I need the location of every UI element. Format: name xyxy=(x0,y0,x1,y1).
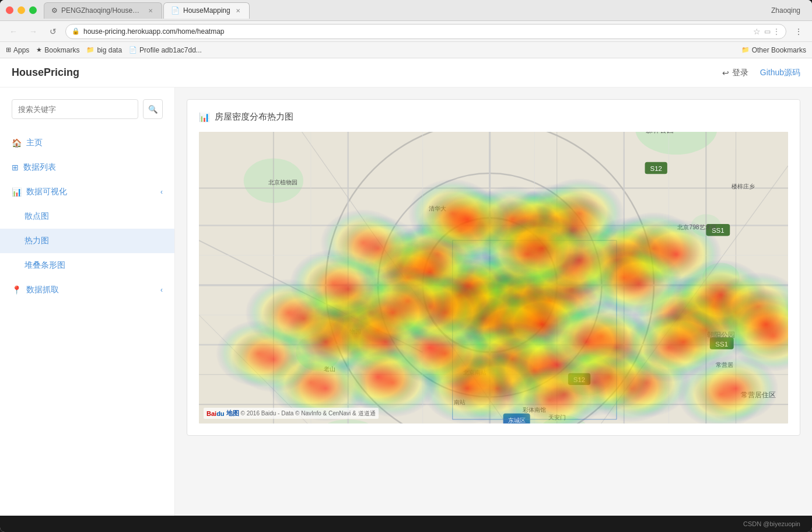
cast-icon: ▭ xyxy=(764,27,771,36)
baidu-logo: Baidu xyxy=(206,410,225,417)
address-extra-icons: ▭ ⋮ xyxy=(764,27,780,36)
tab-github[interactable]: ⚙ PENGZhaoqing/HousePricing ✕ xyxy=(44,2,162,19)
minimize-button[interactable] xyxy=(18,6,25,14)
search-input[interactable] xyxy=(12,99,138,119)
address-text: house-pricing.herokuapp.com/home/heatmap xyxy=(83,27,750,36)
sidebar: 🔍 🏠 主页 ⊞ 数据列表 xyxy=(0,88,175,516)
heatmap-container: S12 SS1 SS1 S12 S50 xyxy=(199,132,788,424)
bookmark-star-icon[interactable]: ☆ xyxy=(753,27,761,36)
header-nav: ↩ 登录 Github源码 xyxy=(722,68,800,78)
other-folder-icon: 📁 xyxy=(741,46,750,54)
profile-name: Zhaoqing xyxy=(771,6,806,15)
bookmarks-bar: ⊞ 搜索关键字 Apps ★ Bookmarks 📁 big data 📄 Pr… xyxy=(0,42,812,58)
search-area: 🔍 xyxy=(0,99,174,131)
nav-item-dataviz-left: 📊 数据可视化 xyxy=(12,187,67,197)
heatmap-canvas xyxy=(199,132,788,424)
home-label: 主页 xyxy=(26,138,43,148)
main-panel: 📊 房屋密度分布热力图 xyxy=(175,88,812,516)
more-menu-button[interactable]: ⋮ xyxy=(791,24,806,39)
close-button[interactable] xyxy=(6,6,13,14)
nav-right-buttons: ⋮ xyxy=(791,24,806,39)
more-icon: ⋮ xyxy=(773,27,780,36)
bookmark-other[interactable]: 📁 Other Bookmarks xyxy=(741,46,806,54)
housemapping-tab-icon: 📄 xyxy=(171,6,180,15)
login-icon: ↩ xyxy=(722,68,729,78)
folder-icon: 📁 xyxy=(86,46,94,54)
stacked-bar-label: 堆叠条形图 xyxy=(24,260,65,271)
profile-file-icon: 📄 xyxy=(129,46,137,54)
datalist-label: 数据列表 xyxy=(23,162,56,173)
tab-close-github[interactable]: ✕ xyxy=(146,6,155,15)
nav-item-datacrawl-left: 📍 数据抓取 xyxy=(12,285,59,295)
chart-title-text: 房屋密度分布热力图 xyxy=(215,111,293,123)
sidebar-item-datalist[interactable]: ⊞ 数据列表 xyxy=(0,155,174,180)
heatmap-label: 热力图 xyxy=(24,236,49,246)
map-logo-text: 地图 xyxy=(226,409,239,418)
app-body: 🔍 🏠 主页 ⊞ 数据列表 xyxy=(0,88,812,516)
housemapping-tab-title: HouseMapping xyxy=(183,6,230,15)
app-wrapper: HousePricing ↩ 登录 Github源码 🔍 xyxy=(0,58,812,516)
main-content: HousePricing ↩ 登录 Github源码 🔍 xyxy=(0,58,812,516)
github-tab-title: PENGZhaoqing/HousePricing xyxy=(61,6,143,15)
apps-icon: ⊞ xyxy=(6,46,11,54)
profile-label: Profile adb1ac7dd... xyxy=(139,46,202,54)
app-logo: HousePricing xyxy=(12,66,722,79)
chart-title: 📊 房屋密度分布热力图 xyxy=(199,111,788,123)
dataviz-label: 数据可视化 xyxy=(26,187,67,197)
datacrawl-arrow-icon: ‹ xyxy=(160,286,163,294)
lock-icon: 🔒 xyxy=(72,27,80,35)
map-copyright: Baidu 地图 © 2016 Baidu - Data © NavInfo &… xyxy=(204,408,379,419)
tabs-area: ⚙ PENGZhaoqing/HousePricing ✕ 📄 HouseMap… xyxy=(44,2,771,19)
bookmark-apps[interactable]: ⊞ 搜索关键字 Apps xyxy=(6,46,29,54)
forward-button[interactable]: → xyxy=(26,24,41,39)
map-base: S12 SS1 SS1 S12 S50 xyxy=(199,132,788,424)
title-bar: ⚙ PENGZhaoqing/HousePricing ✕ 📄 HouseMap… xyxy=(0,0,812,21)
nav-bar: ← → ↺ 🔒 house-pricing.herokuapp.com/home… xyxy=(0,21,812,42)
bookmark-bookmarks[interactable]: ★ Bookmarks xyxy=(36,46,79,54)
search-icon: 🔍 xyxy=(148,105,158,114)
home-icon: 🏠 xyxy=(12,138,22,148)
login-label: 登录 xyxy=(732,68,748,78)
sidebar-sub-scatter[interactable]: 散点图 xyxy=(0,204,174,229)
window-buttons xyxy=(6,6,37,14)
bookmark-profile[interactable]: 📄 Profile adb1ac7dd... xyxy=(129,46,202,54)
sidebar-sub-stacked-bar[interactable]: 堆叠条形图 xyxy=(0,253,174,278)
search-button[interactable]: 🔍 xyxy=(143,99,163,119)
chart-card: 📊 房屋密度分布热力图 xyxy=(187,99,800,436)
big-data-label: big data xyxy=(97,46,122,54)
apps-label: Apps xyxy=(13,46,29,54)
dataviz-icon: 📊 xyxy=(12,187,22,197)
bookmark-big-data[interactable]: 📁 big data xyxy=(86,46,122,54)
refresh-button[interactable]: ↺ xyxy=(46,24,61,39)
star-icon: ★ xyxy=(36,46,42,54)
copyright-text: © 2016 Baidu - Data © NavInfo & CenNavi … xyxy=(241,410,376,418)
sidebar-sub-heatmap[interactable]: 热力图 xyxy=(0,229,174,253)
bottom-bar: CSDN @biyezuopin xyxy=(0,516,812,532)
chart-title-icon: 📊 xyxy=(199,112,210,123)
address-bar[interactable]: 🔒 house-pricing.herokuapp.com/home/heatm… xyxy=(65,24,786,39)
app-header: HousePricing ↩ 登录 Github源码 xyxy=(0,58,812,88)
sidebar-item-datacrawl[interactable]: 📍 数据抓取 ‹ xyxy=(0,278,174,302)
nav-item-home-left: 🏠 主页 xyxy=(12,138,43,148)
bookmarks-label: Bookmarks xyxy=(44,46,79,54)
footer-label: CSDN @biyezuopin xyxy=(743,520,800,527)
datacrawl-icon: 📍 xyxy=(12,285,22,295)
datacrawl-label: 数据抓取 xyxy=(26,285,59,295)
maximize-button[interactable] xyxy=(29,6,37,14)
scatter-label: 散点图 xyxy=(24,211,49,222)
other-bookmarks-label: Other Bookmarks xyxy=(752,46,806,54)
github-link[interactable]: Github源码 xyxy=(760,68,800,78)
back-button[interactable]: ← xyxy=(6,24,21,39)
sidebar-item-home[interactable]: 🏠 主页 xyxy=(0,131,174,155)
browser-window: ⚙ PENGZhaoqing/HousePricing ✕ 📄 HouseMap… xyxy=(0,0,812,532)
tab-housemapping[interactable]: 📄 HouseMapping ✕ xyxy=(163,2,250,19)
nav-item-datalist-left: ⊞ 数据列表 xyxy=(12,162,56,173)
dataviz-arrow-icon: ‹ xyxy=(160,188,163,196)
datalist-icon: ⊞ xyxy=(12,163,19,172)
sidebar-item-dataviz[interactable]: 📊 数据可视化 ‹ xyxy=(0,180,174,204)
github-tab-icon: ⚙ xyxy=(51,6,58,15)
login-button[interactable]: ↩ 登录 xyxy=(722,68,748,78)
tab-close-housemapping[interactable]: ✕ xyxy=(234,6,242,15)
